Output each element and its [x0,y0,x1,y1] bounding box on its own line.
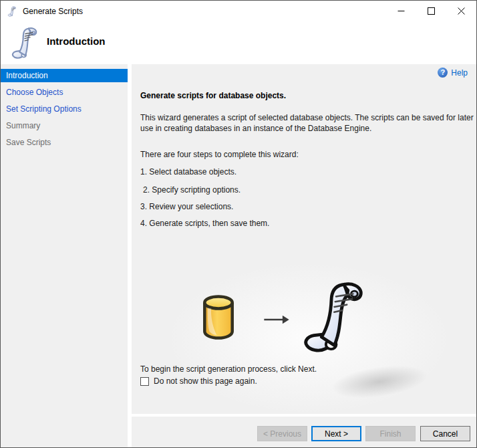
step-1-text: 1. Select database objects. [140,167,236,177]
finish-button[interactable]: Finish [365,426,416,441]
step-3-text: 3. Review your selections. [140,202,233,211]
sidebar-item-set-scripting-options[interactable]: Set Scripting Options [1,102,128,116]
next-button[interactable]: Next > [311,426,361,441]
window-controls [386,1,476,21]
do-not-show-row: Do not show this page again. [140,376,257,386]
help-icon: ? [438,68,448,78]
page-title: Introduction [47,35,105,47]
wizard-steps-sidebar: Introduction Choose Objects Set Scriptin… [1,64,128,447]
maximize-icon [428,7,435,15]
step-4-text: 4. Generate scripts, then save them. [140,219,269,228]
title-bar[interactable]: Generate Scripts [1,1,476,21]
minimize-icon [398,7,405,15]
intro-paragraph: This wizard generates a script of select… [140,112,477,134]
wizard-button-bar: < Previous Next > Finish Cancel [132,417,476,447]
sidebar-item-choose-objects[interactable]: Choose Objects [1,86,128,99]
footer-note: To begin the script generation process, … [140,364,317,374]
generate-scripts-wizard-window: Generate Scripts Introduction Introducti… [0,0,477,448]
sidebar-item-summary[interactable]: Summary [1,119,128,132]
arrow-right-icon [263,314,291,325]
maximize-button[interactable] [416,1,446,21]
step-2-text: 2. Specify scripting options. [143,185,241,195]
close-icon [458,7,465,15]
help-link[interactable]: ? Help [438,68,468,78]
minimize-button[interactable] [386,1,416,21]
wizard-content-panel: ? Help Generate scripts for database obj… [132,64,476,414]
scroll-icon [9,26,41,60]
previous-button[interactable]: < Previous [257,426,307,441]
help-label: Help [451,68,468,78]
sidebar-item-save-scripts[interactable]: Save Scripts [1,136,128,149]
do-not-show-label[interactable]: Do not show this page again. [154,376,257,386]
steps-intro-text: There are four steps to complete this wi… [140,150,299,159]
do-not-show-checkbox[interactable] [140,377,149,386]
close-button[interactable] [446,1,476,21]
content-heading: Generate scripts for database objects. [140,91,286,100]
window-title: Generate Scripts [23,7,83,16]
database-cylinder-icon [200,293,236,342]
scroll-icon [7,6,17,17]
script-scroll-icon [296,277,372,356]
cancel-button[interactable]: Cancel [420,426,470,441]
wizard-header: Introduction [1,21,476,64]
sidebar-item-introduction[interactable]: Introduction [1,69,128,82]
